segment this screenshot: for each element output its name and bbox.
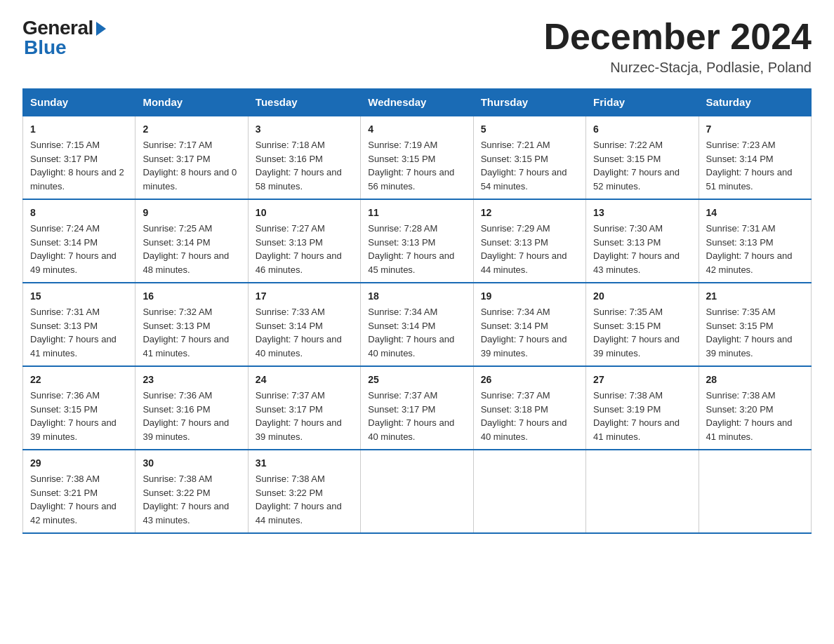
day-number: 25 (368, 373, 465, 387)
day-number: 5 (481, 122, 578, 137)
calendar-cell: 19Sunrise: 7:34 AMSunset: 3:14 PMDayligh… (473, 283, 585, 366)
day-number: 17 (256, 289, 353, 304)
day-number: 18 (368, 289, 465, 304)
day-info: Sunrise: 7:21 AMSunset: 3:15 PMDaylight:… (481, 140, 567, 192)
day-info: Sunrise: 7:23 AMSunset: 3:14 PMDaylight:… (706, 140, 793, 192)
day-info: Sunrise: 7:30 AMSunset: 3:13 PMDaylight:… (593, 223, 680, 275)
logo-arrow-icon (96, 22, 106, 36)
day-number: 15 (30, 289, 128, 304)
calendar-cell: 4Sunrise: 7:19 AMSunset: 3:15 PMDaylight… (361, 116, 473, 199)
calendar-cell: 5Sunrise: 7:21 AMSunset: 3:15 PMDaylight… (473, 116, 585, 199)
day-info: Sunrise: 7:34 AMSunset: 3:14 PMDaylight:… (368, 307, 454, 358)
day-info: Sunrise: 7:34 AMSunset: 3:14 PMDaylight:… (481, 307, 567, 358)
calendar-cell: 25Sunrise: 7:37 AMSunset: 3:17 PMDayligh… (361, 366, 473, 450)
day-number: 16 (143, 289, 240, 304)
day-number: 24 (256, 373, 353, 387)
day-number: 23 (143, 373, 240, 387)
day-info: Sunrise: 7:33 AMSunset: 3:14 PMDaylight:… (256, 307, 342, 358)
subtitle: Nurzec-Stacja, Podlasie, Poland (543, 60, 812, 76)
calendar-cell: 21Sunrise: 7:35 AMSunset: 3:15 PMDayligh… (699, 283, 811, 366)
logo: General Blue (22, 17, 106, 59)
day-number: 1 (30, 122, 128, 137)
week-row-4: 22Sunrise: 7:36 AMSunset: 3:15 PMDayligh… (23, 366, 812, 450)
day-info: Sunrise: 7:38 AMSunset: 3:21 PMDaylight:… (30, 474, 117, 525)
day-number: 12 (481, 206, 578, 220)
header-thursday: Thursday (473, 89, 585, 116)
logo-blue-text: Blue (22, 36, 67, 59)
day-info: Sunrise: 7:31 AMSunset: 3:13 PMDaylight:… (706, 223, 793, 275)
calendar-cell (699, 450, 811, 533)
calendar-cell: 13Sunrise: 7:30 AMSunset: 3:13 PMDayligh… (586, 199, 699, 283)
calendar-cell: 18Sunrise: 7:34 AMSunset: 3:14 PMDayligh… (361, 283, 473, 366)
day-number: 7 (706, 122, 804, 137)
day-number: 10 (256, 206, 353, 220)
day-info: Sunrise: 7:27 AMSunset: 3:13 PMDaylight:… (256, 223, 342, 275)
calendar-cell: 29Sunrise: 7:38 AMSunset: 3:21 PMDayligh… (23, 450, 135, 533)
day-info: Sunrise: 7:18 AMSunset: 3:16 PMDaylight:… (256, 140, 342, 192)
main-title: December 2024 (543, 17, 812, 57)
header-friday: Friday (586, 89, 699, 116)
calendar-cell: 12Sunrise: 7:29 AMSunset: 3:13 PMDayligh… (473, 199, 585, 283)
week-row-1: 1Sunrise: 7:15 AMSunset: 3:17 PMDaylight… (23, 116, 812, 199)
day-number: 13 (593, 206, 691, 220)
calendar-cell: 22Sunrise: 7:36 AMSunset: 3:15 PMDayligh… (23, 366, 135, 450)
day-number: 21 (706, 289, 804, 304)
calendar-cell: 6Sunrise: 7:22 AMSunset: 3:15 PMDaylight… (586, 116, 699, 199)
day-info: Sunrise: 7:38 AMSunset: 3:22 PMDaylight:… (256, 474, 342, 525)
day-info: Sunrise: 7:35 AMSunset: 3:15 PMDaylight:… (593, 307, 680, 358)
day-number: 14 (706, 206, 804, 220)
title-area: December 2024 Nurzec-Stacja, Podlasie, P… (543, 17, 812, 76)
day-number: 8 (30, 206, 128, 220)
day-number: 6 (593, 122, 691, 137)
day-info: Sunrise: 7:29 AMSunset: 3:13 PMDaylight:… (481, 223, 567, 275)
day-info: Sunrise: 7:25 AMSunset: 3:14 PMDaylight:… (143, 223, 229, 275)
calendar-cell: 26Sunrise: 7:37 AMSunset: 3:18 PMDayligh… (473, 366, 585, 450)
day-number: 19 (481, 289, 578, 304)
header-sunday: Sunday (23, 89, 135, 116)
calendar-cell: 28Sunrise: 7:38 AMSunset: 3:20 PMDayligh… (699, 366, 811, 450)
day-info: Sunrise: 7:38 AMSunset: 3:19 PMDaylight:… (593, 390, 680, 442)
header-wednesday: Wednesday (361, 89, 473, 116)
calendar-cell (586, 450, 699, 533)
header: General Blue December 2024 Nurzec-Stacja… (22, 17, 812, 76)
calendar-cell: 1Sunrise: 7:15 AMSunset: 3:17 PMDaylight… (23, 116, 135, 199)
day-info: Sunrise: 7:37 AMSunset: 3:17 PMDaylight:… (256, 390, 342, 442)
calendar-cell: 3Sunrise: 7:18 AMSunset: 3:16 PMDaylight… (248, 116, 360, 199)
calendar-cell: 20Sunrise: 7:35 AMSunset: 3:15 PMDayligh… (586, 283, 699, 366)
calendar-cell: 10Sunrise: 7:27 AMSunset: 3:13 PMDayligh… (248, 199, 360, 283)
calendar-header-row: SundayMondayTuesdayWednesdayThursdayFrid… (23, 89, 812, 116)
day-info: Sunrise: 7:28 AMSunset: 3:13 PMDaylight:… (368, 223, 454, 275)
calendar-cell: 2Sunrise: 7:17 AMSunset: 3:17 PMDaylight… (135, 116, 248, 199)
week-row-3: 15Sunrise: 7:31 AMSunset: 3:13 PMDayligh… (23, 283, 812, 366)
day-info: Sunrise: 7:15 AMSunset: 3:17 PMDaylight:… (30, 140, 124, 192)
day-info: Sunrise: 7:19 AMSunset: 3:15 PMDaylight:… (368, 140, 454, 192)
calendar-cell: 11Sunrise: 7:28 AMSunset: 3:13 PMDayligh… (361, 199, 473, 283)
day-number: 29 (30, 456, 128, 471)
calendar-cell: 14Sunrise: 7:31 AMSunset: 3:13 PMDayligh… (699, 199, 811, 283)
day-number: 28 (706, 373, 804, 387)
day-number: 20 (593, 289, 691, 304)
calendar-table: SundayMondayTuesdayWednesdayThursdayFrid… (22, 88, 812, 534)
day-number: 31 (256, 456, 353, 471)
calendar-cell: 24Sunrise: 7:37 AMSunset: 3:17 PMDayligh… (248, 366, 360, 450)
day-info: Sunrise: 7:36 AMSunset: 3:16 PMDaylight:… (143, 390, 229, 442)
day-info: Sunrise: 7:38 AMSunset: 3:20 PMDaylight:… (706, 390, 793, 442)
day-number: 9 (143, 206, 240, 220)
day-info: Sunrise: 7:38 AMSunset: 3:22 PMDaylight:… (143, 474, 229, 525)
week-row-5: 29Sunrise: 7:38 AMSunset: 3:21 PMDayligh… (23, 450, 812, 533)
week-row-2: 8Sunrise: 7:24 AMSunset: 3:14 PMDaylight… (23, 199, 812, 283)
day-info: Sunrise: 7:17 AMSunset: 3:17 PMDaylight:… (143, 140, 237, 192)
day-number: 30 (143, 456, 240, 471)
day-number: 3 (256, 122, 353, 137)
day-info: Sunrise: 7:22 AMSunset: 3:15 PMDaylight:… (593, 140, 680, 192)
calendar-cell (473, 450, 585, 533)
calendar-cell: 16Sunrise: 7:32 AMSunset: 3:13 PMDayligh… (135, 283, 248, 366)
calendar-cell: 30Sunrise: 7:38 AMSunset: 3:22 PMDayligh… (135, 450, 248, 533)
header-tuesday: Tuesday (248, 89, 360, 116)
calendar-cell: 23Sunrise: 7:36 AMSunset: 3:16 PMDayligh… (135, 366, 248, 450)
day-info: Sunrise: 7:31 AMSunset: 3:13 PMDaylight:… (30, 307, 117, 358)
day-info: Sunrise: 7:36 AMSunset: 3:15 PMDaylight:… (30, 390, 117, 442)
day-number: 26 (481, 373, 578, 387)
calendar-cell: 8Sunrise: 7:24 AMSunset: 3:14 PMDaylight… (23, 199, 135, 283)
header-saturday: Saturday (699, 89, 811, 116)
